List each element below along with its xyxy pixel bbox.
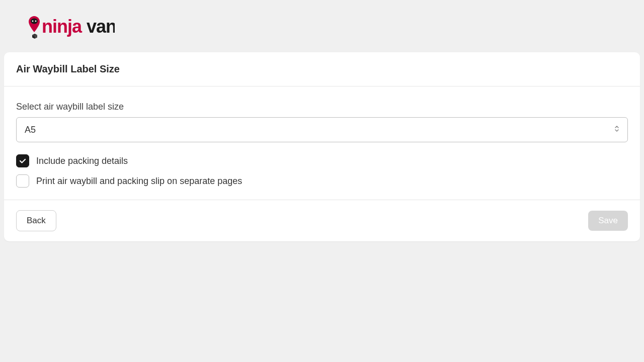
svg-point-2 bbox=[35, 21, 37, 22]
card-header: Air Waybill Label Size bbox=[4, 52, 640, 86]
check-icon bbox=[19, 157, 27, 165]
logo-van-text: van bbox=[87, 16, 115, 37]
save-button[interactable]: Save bbox=[588, 211, 628, 231]
ninjavan-logo: ninja van bbox=[14, 12, 115, 40]
card-footer: Back Save bbox=[4, 200, 640, 241]
separate-pages-row: Print air waybill and packing slip on se… bbox=[16, 174, 628, 188]
label-size-select[interactable]: A5 bbox=[16, 117, 628, 142]
separate-pages-label: Print air waybill and packing slip on se… bbox=[36, 176, 242, 187]
card-title: Air Waybill Label Size bbox=[16, 63, 628, 75]
logo-ninja-text: ninja bbox=[42, 16, 83, 37]
settings-card: Air Waybill Label Size Select air waybil… bbox=[4, 52, 640, 241]
back-button[interactable]: Back bbox=[16, 210, 56, 231]
label-size-field-label: Select air waybill label size bbox=[16, 102, 628, 112]
label-size-select-wrap: A5 bbox=[16, 117, 628, 142]
separate-pages-checkbox[interactable] bbox=[16, 174, 29, 188]
include-packing-row: Include packing details bbox=[16, 154, 628, 167]
card-body: Select air waybill label size A5 Include… bbox=[4, 86, 640, 200]
svg-point-1 bbox=[32, 21, 34, 22]
include-packing-label: Include packing details bbox=[36, 156, 128, 166]
page-header: ninja van bbox=[0, 0, 644, 52]
include-packing-checkbox[interactable] bbox=[16, 154, 29, 167]
label-size-selected-value: A5 bbox=[25, 125, 36, 135]
logo-svg: ninja van bbox=[14, 12, 115, 40]
svg-point-0 bbox=[31, 19, 38, 24]
